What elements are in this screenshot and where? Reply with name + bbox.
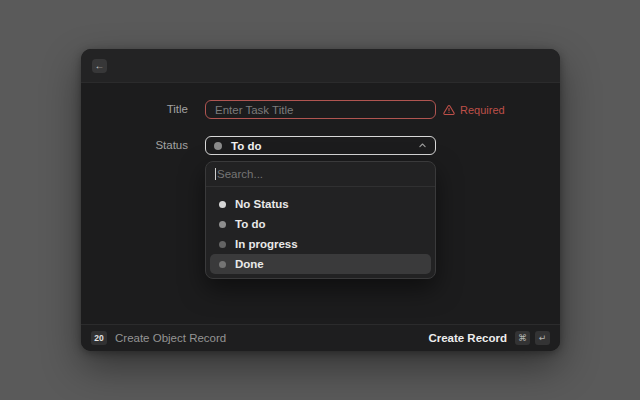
create-record-window: ← Title Required Status To do [81,49,560,351]
option-to-do[interactable]: To do [210,214,431,234]
dropdown-options-list: No Status To do In progress Done [206,187,435,279]
option-dot [219,241,226,248]
desktop-backdrop: ← Title Required Status To do [0,0,640,400]
status-dropdown-panel: No Status To do In progress Done [205,161,436,279]
warning-triangle-icon [443,104,455,116]
create-record-button[interactable]: Create Record ⌘ ↵ [428,331,550,345]
dropdown-search-input[interactable] [217,168,426,180]
option-label: Done [235,258,264,270]
required-error-label: Required [460,104,505,116]
title-field-label: Title [81,100,188,119]
option-in-progress[interactable]: In progress [210,234,431,254]
command-key-icon: ⌘ [515,331,530,345]
option-dot [219,261,226,268]
option-no-status[interactable]: No Status [210,194,431,214]
status-field-label: Status [81,136,188,155]
option-label: In progress [235,238,298,250]
required-error: Required [443,100,505,119]
command-name: Create Object Record [115,332,226,344]
back-button[interactable]: ← [92,59,107,73]
back-arrow-icon: ← [95,61,105,71]
status-selected-value: To do [231,140,261,152]
create-record-label: Create Record [428,332,507,344]
dropdown-search-row [206,162,435,187]
option-label: No Status [235,198,289,210]
return-key-icon: ↵ [535,331,550,345]
status-dot [214,142,222,150]
status-select[interactable]: To do [205,136,436,155]
text-caret [215,168,216,180]
window-header: ← [81,49,560,83]
window-footer: 20 Create Object Record Create Record ⌘ … [81,324,560,351]
option-label: To do [235,218,265,230]
option-dot [219,221,226,228]
title-input[interactable] [205,100,436,119]
chevron-up-icon [418,141,427,150]
extension-badge: 20 [91,331,107,345]
option-dot [219,201,226,208]
option-done[interactable]: Done [210,254,431,274]
